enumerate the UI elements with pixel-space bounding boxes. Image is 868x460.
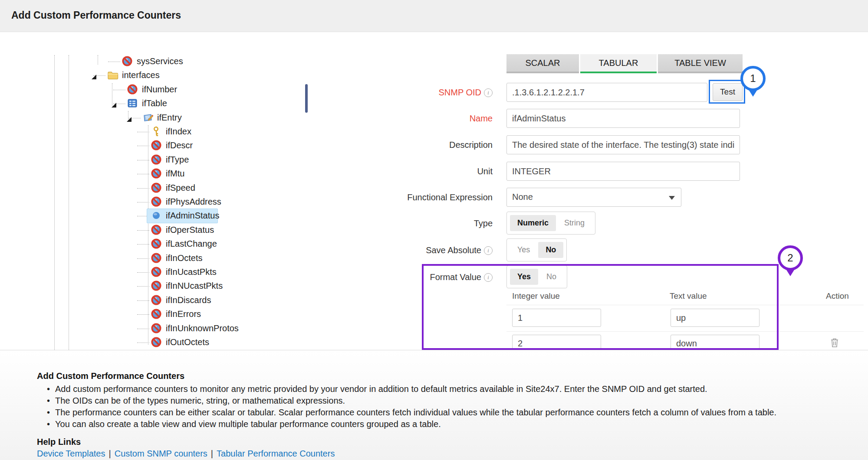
save-absolute-label: Save Absolutei <box>304 245 493 255</box>
tab-scalar[interactable]: SCALAR <box>506 54 579 73</box>
info-icon[interactable]: i <box>484 88 493 97</box>
prohibited-icon <box>151 295 161 305</box>
table-icon <box>127 98 138 108</box>
prohibited-icon <box>151 140 161 150</box>
tree-item-label: ifInUnknownProtos <box>166 323 239 333</box>
tree-item-label: sysServices <box>137 56 183 66</box>
save-absolute-no[interactable]: No <box>538 242 563 258</box>
help-links: Device Templates|Custom SNMP counters|Ta… <box>37 449 335 459</box>
help-section: Add Custom Performance Counters Add cust… <box>0 350 868 460</box>
snmp-oid-input[interactable] <box>506 83 707 102</box>
tree-item-label: ifSpeed <box>166 183 195 193</box>
tab-tabular[interactable]: TABULAR <box>580 54 657 73</box>
tree-item-ifOutOctets[interactable]: ifOutOctets <box>0 336 295 350</box>
name-input[interactable] <box>506 109 740 128</box>
functional-expression-value: None <box>512 192 533 202</box>
tree-item-ifTable[interactable]: ifTable <box>0 97 295 111</box>
tree-item-label: ifEntry <box>157 113 182 123</box>
page-title: Add Custom Performance Counters <box>11 10 181 21</box>
functional-expression-label: Functional Expression <box>304 192 493 202</box>
tree-item-ifNumber[interactable]: ifNumber <box>0 83 295 98</box>
help-link-device-templates[interactable]: Device Templates <box>37 449 105 458</box>
tree-item-sysServices[interactable]: sysServices <box>0 55 295 69</box>
tree-item-label: ifTable <box>142 98 167 108</box>
tree-connector <box>137 286 149 287</box>
tree-item-label: ifOutOctets <box>166 337 209 347</box>
tree-item-label: ifPhysAddress <box>166 197 221 207</box>
tree-item-ifInDiscards[interactable]: ifInDiscards <box>0 294 295 308</box>
prohibited-icon <box>127 84 138 95</box>
functional-expression-select[interactable]: None <box>506 188 681 207</box>
page-header: Add Custom Performance Counters <box>0 0 868 32</box>
prohibited-icon <box>122 56 132 66</box>
tree-item-ifIndex[interactable]: ifIndex <box>0 125 295 140</box>
tree-connector <box>137 343 149 343</box>
prohibited-icon <box>151 337 161 347</box>
tree-item-ifType[interactable]: ifType <box>0 153 295 168</box>
tree-connector <box>137 244 149 245</box>
tab-table-view[interactable]: TABLE VIEW <box>658 54 743 73</box>
tree-item-ifSpeed[interactable]: ifSpeed <box>0 182 295 196</box>
tree-item-label: ifInNUcastPkts <box>166 281 223 291</box>
tree-connector <box>137 300 149 301</box>
help-link-tabular-performance-counters[interactable]: Tabular Performance Counters <box>217 449 335 458</box>
help-links-heading: Help Links <box>37 437 81 447</box>
description-input[interactable] <box>506 135 740 154</box>
description-label: Description <box>304 140 493 150</box>
help-bullet: The OIDs can be of the types numeric, st… <box>47 396 345 406</box>
tree-expander-icon[interactable] <box>112 101 116 106</box>
tree-connector <box>137 230 149 231</box>
prohibited-icon <box>151 168 161 179</box>
annotation-badge-2: 2 <box>778 245 803 271</box>
tree-connector <box>137 160 149 160</box>
type-option-string[interactable]: String <box>557 215 592 231</box>
tree-item-interfaces[interactable]: interfaces <box>0 69 295 83</box>
tree-item-label: ifInOctets <box>166 253 202 263</box>
test-button[interactable]: Test <box>713 83 743 101</box>
tree-item-ifInErrors[interactable]: ifInErrors <box>0 308 295 322</box>
tree-item-label: ifInDiscards <box>166 295 211 305</box>
tree-connector <box>113 90 125 90</box>
tree-connector <box>137 329 149 329</box>
tree-expander-icon[interactable] <box>92 73 96 78</box>
tree-expander-icon[interactable] <box>127 116 132 121</box>
chevron-down-icon <box>669 196 675 200</box>
annotation-box-format-value <box>422 264 779 350</box>
tree-item-ifEntry[interactable]: ifEntry <box>0 111 295 126</box>
type-label: Type <box>304 219 493 228</box>
tree-connector <box>137 146 149 146</box>
delete-row-icon[interactable] <box>830 337 839 348</box>
snmp-oid-label: SNMP OIDi <box>304 88 493 98</box>
prohibited-icon <box>151 154 161 165</box>
tree-item-label: ifNumber <box>142 85 177 95</box>
save-absolute-yes[interactable]: Yes <box>510 242 537 258</box>
tree-item-ifAdminStatus[interactable]: ifAdminStatus <box>0 209 295 224</box>
help-bullet: You can also create a table view and vie… <box>47 419 441 429</box>
tree-item-label: ifType <box>166 155 189 165</box>
annotation-badge-1: 1 <box>740 66 766 91</box>
tree-connector <box>137 314 149 315</box>
tree-item-ifPhysAddress[interactable]: ifPhysAddress <box>0 196 295 210</box>
prohibited-icon <box>151 309 161 319</box>
tree-item-ifInUcastPkts[interactable]: ifInUcastPkts <box>0 266 295 280</box>
tree-connector <box>137 202 149 202</box>
tree-item-ifDescr[interactable]: ifDescr <box>0 139 295 153</box>
save-absolute-toggle: Yes No <box>506 238 567 261</box>
unit-input[interactable] <box>506 162 740 181</box>
tree-item-ifInOctets[interactable]: ifInOctets <box>0 252 295 266</box>
tree-item-ifOperStatus[interactable]: ifOperStatus <box>0 224 295 238</box>
prohibited-icon <box>151 323 161 333</box>
tree-item-ifLastChange[interactable]: ifLastChange <box>0 238 295 252</box>
tree-item-ifMtu[interactable]: ifMtu <box>0 167 295 182</box>
tree-item-ifInUnknownProtos[interactable]: ifInUnknownProtos <box>0 322 295 336</box>
prohibited-icon <box>151 281 161 291</box>
add-custom-performance-counters-page: Add Custom Performance Counters sysServi… <box>0 0 868 460</box>
type-option-numeric[interactable]: Numeric <box>510 215 556 231</box>
help-link-custom-snmp-counters[interactable]: Custom SNMP counters <box>115 449 207 458</box>
tree-connector <box>137 174 149 174</box>
tree-item-ifInNUcastPkts[interactable]: ifInNUcastPkts <box>0 280 295 294</box>
tree-item-label: ifAdminStatus <box>166 211 219 221</box>
info-icon[interactable]: i <box>484 246 493 255</box>
tree-item-label: ifInUcastPkts <box>166 267 217 277</box>
prohibited-icon <box>151 225 161 235</box>
